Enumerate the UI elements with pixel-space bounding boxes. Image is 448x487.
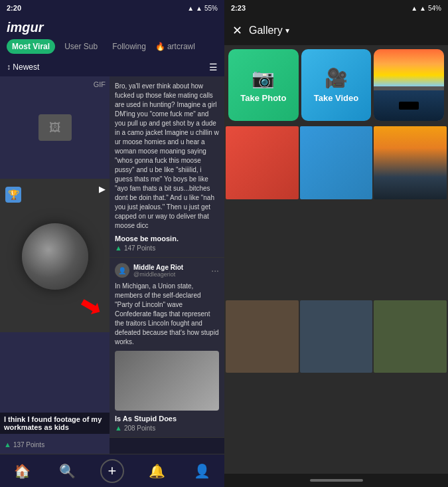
post3-body: In Michigan, a Union state, members of t… <box>115 282 219 347</box>
gallery-item-2[interactable] <box>300 126 373 199</box>
feed-right-column: Bro, ya'll ever think about how fucked u… <box>110 76 224 454</box>
user-info: Middle Age Riot @middleageriot <box>133 264 183 278</box>
gif-card[interactable]: GIF 🖼 <box>0 76 110 179</box>
search-icon: 🔍 <box>59 463 76 479</box>
user-handle: @middleageriot <box>133 271 183 278</box>
signal-icon-r: ▲ <box>411 5 417 12</box>
status-bar-left: 2:20 ▲ ▲ 55% <box>0 0 224 16</box>
take-photo-label: Take Photo <box>240 93 286 103</box>
gong-circle <box>22 223 88 290</box>
right-panel: 2:23 ▲ ▲ 54% ✕ Gallery ▾ 📷 Take Photo 🎥 … <box>224 0 448 487</box>
gallery-grid <box>224 125 448 474</box>
post2-title: Moose be moosin. <box>115 235 219 243</box>
sort-label[interactable]: ↕ Newest <box>7 62 39 72</box>
tab-artcrawl[interactable]: 🔥 artcrawl <box>155 42 195 51</box>
post1-points: ▲ 137 Points <box>4 440 44 448</box>
up-arrow-icon3: ▲ <box>115 424 122 432</box>
plus-icon: + <box>108 462 117 480</box>
gallery-header: ✕ Gallery ▾ <box>224 16 448 45</box>
fire-icon: 🔥 <box>155 42 165 51</box>
up-arrow-icon2: ▲ <box>115 244 122 252</box>
nav-search[interactable]: 🔍 <box>45 463 90 479</box>
tab-user-sub[interactable]: User Sub <box>59 39 103 54</box>
tab-most-viral[interactable]: Most Viral <box>7 39 55 54</box>
post3-image <box>115 351 219 411</box>
take-video-button[interactable]: 🎥 Take Video <box>301 49 372 121</box>
filter-icon[interactable]: ☰ <box>209 62 218 72</box>
post1-title: I think I found footage of my workmates … <box>0 413 110 434</box>
user-name: Middle Age Riot <box>133 264 183 271</box>
imgur-logo: imgur <box>7 20 218 35</box>
video-icon: 🎥 <box>325 67 348 89</box>
close-button[interactable]: ✕ <box>232 23 242 38</box>
battery-left: 55% <box>204 5 218 12</box>
post3-header: 👤 Middle Age Riot @middleageriot ··· <box>115 263 219 278</box>
nav-profile[interactable]: 👤 <box>179 463 224 479</box>
signal-icon: ▲ <box>187 5 194 12</box>
post3-points: ▲ 208 Points <box>115 424 219 432</box>
bottom-bar-right <box>224 474 448 487</box>
more-icon[interactable]: ··· <box>211 265 219 276</box>
bottom-nav: 🏠 🔍 + 🔔 👤 <box>0 454 224 487</box>
left-panel: 2:20 ▲ ▲ 55% imgur Most Viral User Sub F… <box>0 0 224 487</box>
gallery-item-4[interactable] <box>226 300 299 373</box>
gallery-item-3[interactable] <box>374 126 447 199</box>
up-arrow-icon: ▲ <box>4 440 11 448</box>
post3-image-inner <box>115 351 219 411</box>
red-arrow: ➡ <box>75 288 108 323</box>
take-video-label: Take Video <box>314 93 358 103</box>
time-right: 2:23 <box>231 4 246 12</box>
post3-title: Is As Stupid Does <box>115 415 219 423</box>
post2-body: Bro, ya'll ever think about how fucked u… <box>115 82 219 231</box>
chevron-down-icon: ▾ <box>285 26 289 35</box>
feed-left-column: GIF 🖼 🏆 ➡ ▶ I think I found footage of m… <box>0 76 110 454</box>
gif-placeholder: 🖼 <box>38 114 72 141</box>
feed: GIF 🖼 🏆 ➡ ▶ I think I found footage of m… <box>0 76 224 454</box>
time-left: 2:20 <box>7 4 21 12</box>
post3-card[interactable]: 👤 Middle Age Riot @middleageriot ··· In … <box>110 258 224 438</box>
gallery-item-6[interactable] <box>374 300 447 373</box>
nav-tabs: Most Viral User Sub Following 🔥 artcrawl <box>7 39 218 58</box>
gallery-title-wrap[interactable]: Gallery ▾ <box>249 25 289 37</box>
profile-icon: 👤 <box>194 463 210 479</box>
trophy-icon: 🏆 <box>5 187 21 203</box>
add-button[interactable]: + <box>100 459 124 483</box>
status-icons-right: ▲ ▲ 54% <box>411 5 441 12</box>
bench-shape <box>399 102 419 110</box>
sort-bar: ↕ Newest ☰ <box>0 58 224 76</box>
battery-right: 54% <box>428 5 441 12</box>
status-icons-left: ▲ ▲ 55% <box>187 5 218 12</box>
home-icon: 🏠 <box>14 463 31 479</box>
wifi-icon: ▲ <box>196 5 202 12</box>
bell-icon: 🔔 <box>149 463 165 479</box>
gallery-item-1[interactable] <box>226 126 299 199</box>
nav-bell[interactable]: 🔔 <box>135 463 180 479</box>
post1-card[interactable]: 🏆 ➡ ▶ I think I found footage of my work… <box>0 179 110 454</box>
gif-badge: GIF <box>94 80 106 88</box>
take-photo-button[interactable]: 📷 Take Photo <box>228 49 299 121</box>
gong-image: 🏆 ➡ ▶ <box>0 180 110 332</box>
gong-card[interactable]: 🏆 ➡ ▶ <box>0 179 110 332</box>
wifi-icon-r: ▲ <box>419 5 426 12</box>
camera-icon: 📷 <box>252 67 275 89</box>
tab-following[interactable]: Following <box>107 39 151 54</box>
post2-card[interactable]: Bro, ya'll ever think about how fucked u… <box>110 76 224 258</box>
header-left: imgur Most Viral User Sub Following 🔥 ar… <box>0 16 224 58</box>
post2-points: ▲ 147 Points <box>115 244 219 252</box>
nav-home[interactable]: 🏠 <box>0 463 45 479</box>
nav-add[interactable]: + <box>90 459 135 483</box>
video-badge-icon: ▶ <box>99 184 106 194</box>
gallery-item-5[interactable] <box>300 300 373 373</box>
image-icon: 🖼 <box>49 121 61 135</box>
home-indicator <box>310 479 363 482</box>
media-options: 📷 Take Photo 🎥 Take Video <box>224 45 448 125</box>
status-bar-right: 2:23 ▲ ▲ 54% <box>224 0 448 16</box>
gallery-thumbnail-1[interactable] <box>374 49 444 121</box>
gallery-title: Gallery <box>249 25 283 37</box>
user-avatar: 👤 <box>115 263 129 278</box>
